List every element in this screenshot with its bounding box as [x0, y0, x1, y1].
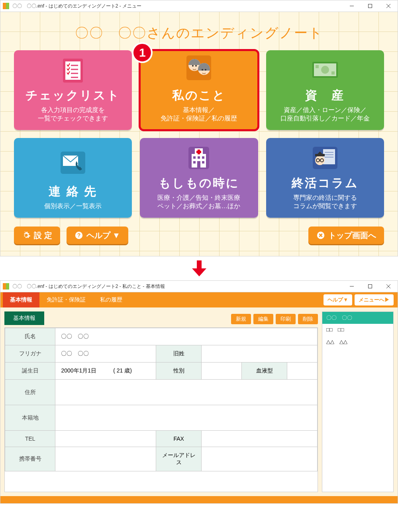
form-box: 氏名 〇〇 〇〇 フリガナ 〇〇 〇〇 旧姓 誕生日 2000年1月1日 ( 2…	[4, 327, 318, 492]
card-title: 連 絡 先	[49, 183, 97, 200]
svg-rect-28	[196, 151, 201, 153]
money-icon	[307, 56, 343, 85]
help-button[interactable]: ? ヘルプ ▼	[67, 227, 128, 244]
blood-value[interactable]	[287, 363, 318, 380]
maiden-value[interactable]	[202, 345, 318, 363]
top-screen-label: トップ画面へ	[328, 230, 376, 241]
mail-value[interactable]	[202, 447, 318, 471]
card-title: 終活コラム	[292, 175, 359, 191]
list-item[interactable]: □□ □□	[322, 324, 393, 336]
fax-value[interactable]	[202, 431, 318, 447]
tab-basic-info[interactable]: 基本情報	[3, 292, 39, 307]
svg-marker-52	[192, 268, 206, 276]
svg-text:?: ?	[77, 233, 80, 238]
birth-label: 誕生日	[5, 363, 55, 380]
list-item[interactable]: 〇〇 〇〇	[322, 312, 393, 324]
to-menu-button[interactable]: メニューへ▶	[355, 294, 394, 305]
tab-history[interactable]: 私の履歴	[93, 292, 129, 307]
minimize-button[interactable]	[343, 0, 361, 12]
top-titlebar: 〇〇 〇〇.enf - はじめてのエンディングノート2 - メニュー	[0, 0, 398, 12]
print-button[interactable]: 印刷	[276, 314, 296, 324]
maximize-button[interactable]	[361, 0, 379, 12]
settings-button[interactable]: 設 定	[14, 227, 60, 244]
detail-window-title: 〇〇 〇〇.enf - はじめてのエンディングノート2 - 私のこと - 基本情…	[12, 283, 343, 290]
addr-label: 住所	[5, 380, 55, 405]
svg-point-19	[321, 66, 329, 74]
card-desc: 医療・介護／告知・終末医療 ペット／お葬式／お墓…ほか	[157, 194, 240, 211]
close-button[interactable]	[379, 280, 398, 292]
card-assets[interactable]: 資 産 資産／借入・ローン／保険／ 口座自動引落し／カード／年金	[266, 50, 384, 130]
card-checklist[interactable]: チェックリスト 各入力項目の完成度を 一覧でチェックできます	[14, 50, 132, 130]
flow-arrow	[0, 256, 398, 280]
top-window-title: 〇〇 〇〇.enf - はじめてのエンディングノート2 - メニュー	[12, 3, 343, 10]
sex-label: 性別	[156, 363, 202, 380]
svg-rect-32	[193, 161, 196, 164]
kana-value[interactable]: 〇〇 〇〇	[55, 345, 156, 363]
blood-label: 血液型	[242, 363, 287, 380]
name-value[interactable]: 〇〇 〇〇	[55, 328, 318, 345]
arrow-down-icon	[192, 260, 206, 276]
svg-rect-30	[198, 156, 200, 159]
mobile-value[interactable]	[55, 447, 156, 471]
birth-value[interactable]: 2000年1月1日 ( 21 歳)	[55, 363, 156, 380]
card-desc: 各入力項目の完成度を 一覧でチェックできます	[38, 106, 108, 123]
svg-point-16	[205, 69, 206, 71]
menu-body: 〇〇 〇〇さんのエンディングノート チェックリスト 各入力項目の完成度を 一覧で…	[0, 12, 398, 256]
sex-value[interactable]	[202, 363, 242, 380]
maximize-button[interactable]	[361, 280, 379, 292]
honseki-value[interactable]	[55, 405, 318, 431]
maiden-label: 旧姓	[156, 345, 202, 363]
svg-rect-51	[197, 260, 202, 268]
column-icon	[307, 144, 343, 173]
card-column[interactable]: 終活コラム 専門家の終活に関する コラムが閲覧できます	[266, 138, 384, 218]
tel-value[interactable]	[55, 431, 156, 447]
card-desc: 資産／借入・ローン／保険／ 口座自動引落し／カード／年金	[280, 106, 370, 123]
settings-label: 設 定	[34, 230, 52, 241]
footer-border	[0, 496, 398, 503]
svg-rect-1	[369, 4, 372, 8]
people-icon	[181, 53, 217, 85]
entry-list: 〇〇 〇〇 □□ □□ △△ △△	[322, 311, 394, 492]
svg-rect-34	[197, 161, 200, 167]
card-emergency[interactable]: もしもの時に 医療・介護／告知・終末医療 ペット／お葬式／お墓…ほか	[140, 138, 258, 218]
app-icon	[3, 283, 9, 290]
card-about-me[interactable]: 1 私のこと 基本情報／ 免許証・保険証／私の履歴	[140, 50, 258, 130]
app-icon	[3, 3, 9, 9]
help-label: ヘルプ ▼	[86, 230, 120, 241]
detail-titlebar: 〇〇 〇〇.enf - はじめてのエンディングノート2 - 私のこと - 基本情…	[0, 280, 398, 292]
minimize-button[interactable]	[343, 280, 361, 292]
svg-rect-31	[202, 156, 204, 159]
callout-badge: 1	[132, 42, 153, 63]
kana-label: フリガナ	[5, 345, 55, 363]
detail-tabbar: 基本情報 免許証・保険証 私の履歴 ヘルプ▼ メニューへ▶	[0, 292, 398, 307]
card-desc: 専門家の終活に関する コラムが閲覧できます	[293, 194, 357, 211]
card-title: もしもの時に	[159, 175, 239, 191]
page-title: 〇〇 〇〇さんのエンディングノート	[0, 12, 398, 50]
hospital-icon	[181, 144, 217, 173]
honseki-label: 本籍地	[5, 405, 55, 431]
card-desc: 基本情報／ 免許証・保険証／私の履歴	[161, 106, 237, 123]
svg-rect-29	[193, 156, 196, 159]
svg-rect-33	[202, 161, 204, 164]
card-title: チェックリスト	[25, 87, 120, 104]
top-screen-button[interactable]: トップ画面へ	[308, 227, 384, 244]
card-contacts[interactable]: 連 絡 先 個別表示／一覧表示	[14, 138, 132, 218]
tel-label: TEL	[5, 431, 55, 447]
help-icon: ?	[75, 231, 83, 240]
name-label: 氏名	[5, 328, 55, 345]
mail-label: メールアドレス	[156, 447, 202, 471]
mobile-label: 携帯番号	[5, 447, 55, 471]
edit-button[interactable]: 編集	[253, 314, 273, 324]
addr-value[interactable]	[55, 380, 318, 405]
card-title: 私のこと	[172, 87, 226, 104]
close-button[interactable]	[379, 0, 398, 12]
help-button[interactable]: ヘルプ▼	[323, 294, 352, 305]
svg-point-13	[195, 65, 197, 67]
list-item[interactable]: △△ △△	[322, 336, 393, 348]
tab-licenses[interactable]: 免許証・保険証	[39, 292, 93, 307]
svg-rect-20	[316, 65, 319, 68]
delete-button[interactable]: 削除	[298, 314, 318, 324]
new-button[interactable]: 新規	[231, 314, 251, 324]
svg-rect-54	[369, 285, 372, 288]
svg-point-15	[202, 69, 203, 71]
